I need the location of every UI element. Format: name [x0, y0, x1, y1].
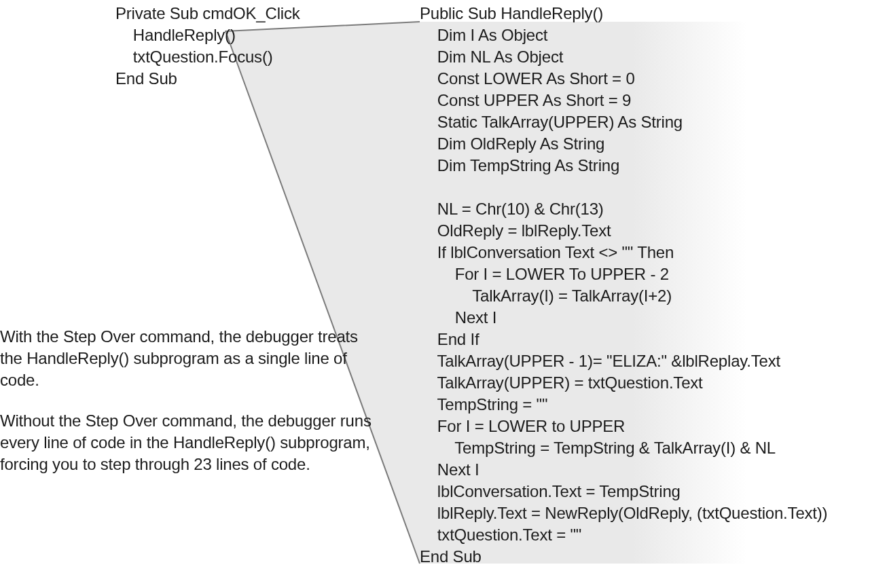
- explain-paragraph-1: With the Step Over command, the debugger…: [0, 326, 380, 391]
- right-code-block: Public Sub HandleReply() Dim I As Object…: [420, 3, 887, 568]
- diagram-stage: { "leftCode": "Private Sub cmdOK_Click\n…: [0, 0, 887, 588]
- explain-paragraph-2: Without the Step Over command, the debug…: [0, 410, 380, 475]
- explanatory-text: With the Step Over command, the debugger…: [0, 326, 380, 494]
- left-code-block: Private Sub cmdOK_Click HandleReply() tx…: [115, 3, 435, 90]
